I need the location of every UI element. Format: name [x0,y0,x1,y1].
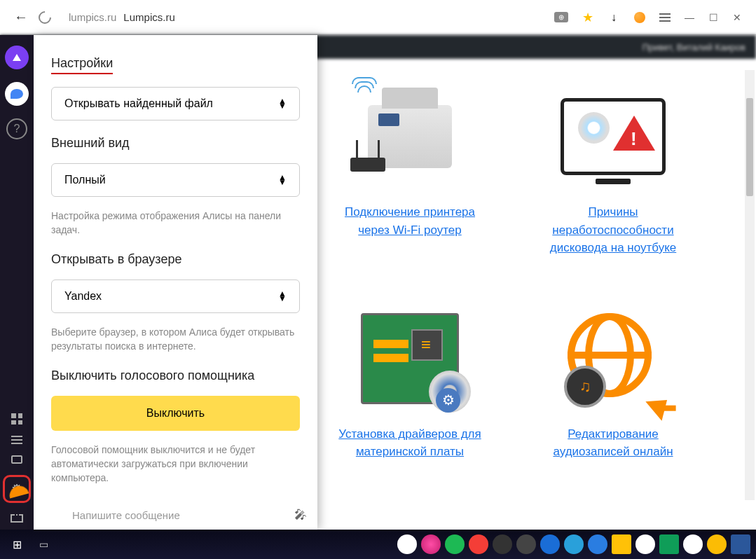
pin-icon[interactable] [11,514,23,523]
select-value: Yandex [64,290,102,303]
taskbar-app-icon[interactable] [659,534,679,554]
browser-toolbar: ← lumpics.ru Lumpics.ru ⊕ ★ ↓ — ☐ ✕ [0,0,756,35]
browser-select[interactable]: Yandex ▲▼ [51,280,300,313]
scrollbar[interactable] [745,70,755,500]
bookmark-star-icon[interactable]: ★ [582,10,593,25]
taskbar-app-icon[interactable] [564,534,584,554]
download-icon[interactable]: ↓ [607,11,620,24]
monitor-illustration [561,98,666,175]
taskbar-app-icon[interactable] [540,534,560,554]
article-card[interactable]: Подключение принтера через Wi-Fi роутер [329,77,490,257]
article-card[interactable]: ♫ Редактирование аудиозаписей онлайн [532,299,694,461]
folder-icon[interactable] [11,455,22,464]
help-icon[interactable]: ? [6,118,27,139]
content-grid: Подключение принтера через Wi-Fi роутер … [329,77,735,461]
url-title: Lumpics.ru [123,11,174,23]
reload-button[interactable] [36,8,53,26]
section-label: Выключить голосового помощника [51,368,300,383]
alice-icon[interactable] [5,46,29,69]
message-input[interactable] [72,509,286,521]
taskbar-app-icon[interactable] [421,534,441,554]
chevron-updown-icon: ▲▼ [278,291,287,301]
message-input-bar: 🎤︎ [62,500,317,530]
hint-text: Выберите браузер, в котором Алиса будет … [51,326,300,353]
taskbar-app-icon[interactable] [445,534,465,554]
close-button[interactable]: ✕ [732,13,742,22]
extension-icon[interactable] [634,12,645,23]
printer-illustration [368,105,452,168]
hint-text: Голосовой помощник выключится и не будет… [51,443,300,485]
taskbar-app-icon[interactable] [516,534,536,554]
url-domain: lumpics.ru [69,11,116,23]
translate-badge[interactable]: ⊕ [554,12,568,22]
disable-button[interactable]: Выключить [51,396,300,431]
start-button[interactable]: ⊞ [6,533,28,555]
address-bar[interactable]: lumpics.ru Lumpics.ru [62,11,544,23]
microphone-icon[interactable]: 🎤︎ [294,508,307,523]
motherboard-illustration: ⚙ [361,313,459,404]
apps-icon[interactable] [11,413,22,425]
article-link[interactable]: Подключение принтера через Wi-Fi роутер [329,203,490,239]
task-view-icon[interactable]: ▭ [32,533,55,555]
taskbar-app-icon[interactable] [683,534,703,554]
appearance-select[interactable]: Полный ▲▼ [51,163,300,197]
hint-text: Настройка режима отображения Алисы на па… [51,209,300,237]
windows-taskbar: ⊞ ▭ [0,530,756,559]
taskbar-app-icon[interactable] [397,534,417,554]
article-link[interactable]: Редактирование аудиозаписей онлайн [532,425,694,461]
menu-icon[interactable] [659,13,671,22]
minimize-button[interactable]: — [685,13,694,22]
taskbar-app-icon[interactable] [635,534,655,554]
alice-sidebar: ? ⚙ [0,35,34,530]
taskbar-app-icon[interactable] [469,534,488,554]
article-card[interactable]: ⚙ Установка драйверов для материнской пл… [329,299,490,461]
select-value: Полный [64,174,106,186]
alice-settings-panel: Настройки Открывать найденный файл ▲▼ Вн… [34,35,317,530]
select-value: Открывать найденный файл [64,97,213,110]
taskbar-app-icon[interactable] [612,534,631,554]
taskbar-app-icon[interactable] [731,534,750,554]
article-link[interactable]: Установка драйверов для материнской плат… [329,425,490,461]
section-label: Внешний вид [51,136,300,151]
open-file-select[interactable]: Открывать найденный файл ▲▼ [51,87,300,120]
maximize-button[interactable]: ☐ [708,13,718,22]
chevron-updown-icon: ▲▼ [278,175,287,185]
taskbar-app-icon[interactable] [707,534,727,554]
article-link[interactable]: Причины неработоспособности дисковода на… [532,203,694,257]
globe-illustration: ♫ [568,313,659,404]
back-button[interactable]: ← [14,9,28,25]
chevron-updown-icon: ▲▼ [278,99,287,109]
taskbar-app-icon[interactable] [493,534,512,554]
section-label: Открывать в браузере [51,252,300,267]
list-icon[interactable] [11,436,22,444]
wp-user[interactable]: Привет, Виталий Каиров [642,42,745,53]
article-card[interactable]: Причины неработоспособности дисковода на… [532,77,694,257]
toolbar-right: ⊕ ★ ↓ — ☐ ✕ [554,10,742,25]
panel-title: Настройки [51,56,113,74]
taskbar-app-icon[interactable] [588,534,607,554]
chat-icon[interactable] [5,82,29,106]
